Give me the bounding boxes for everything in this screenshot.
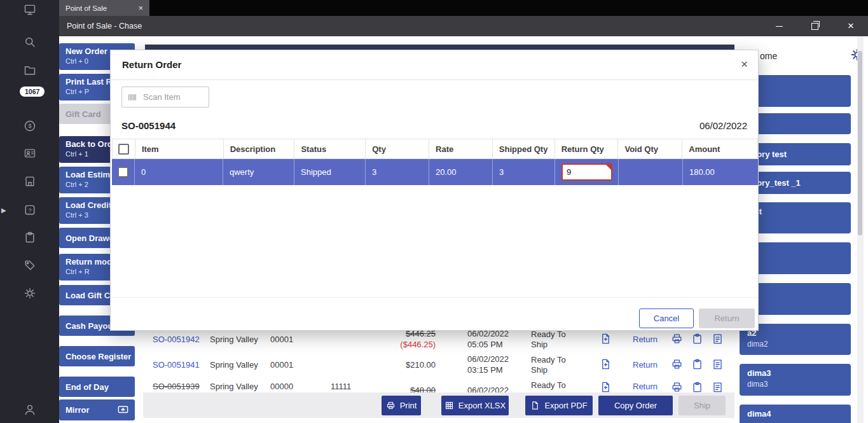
modal-header: Return Order × (111, 50, 758, 80)
close-window-button[interactable]: × (836, 16, 865, 36)
tab-label: Point of Sale (65, 4, 107, 12)
printer-icon (386, 401, 396, 410)
tab-close-icon[interactable]: × (138, 3, 143, 13)
scan-item-input[interactable] (142, 92, 203, 102)
modal-footer-divider (111, 297, 758, 298)
return-table-header: Item Description Status Qty Rate Shipped… (112, 139, 758, 159)
modal-order-number: SO-0051944 (121, 120, 176, 131)
select-all-checkbox[interactable] (118, 144, 129, 155)
order-register: 00000 (270, 382, 293, 391)
help-icon[interactable]: ? (24, 204, 36, 216)
cell-rate: 20.00 (429, 159, 493, 185)
scrollbar-track[interactable] (857, 36, 864, 423)
receipt-icon[interactable] (712, 358, 724, 370)
ship-button[interactable]: Ship (679, 396, 726, 415)
col-amount: Amount (682, 139, 757, 158)
clipboard-icon[interactable] (24, 231, 36, 244)
cell-shipped-qty: 3 (493, 159, 555, 185)
modal-title: Return Order (122, 59, 181, 70)
settings-icon[interactable] (24, 287, 36, 300)
order-row: SO-0051942 Spring Valley 00001 $446.25 (… (143, 327, 734, 353)
receipt-icon[interactable] (712, 333, 724, 345)
order-register: 00001 (270, 360, 293, 370)
order-date: 06/02/2022 05:05 PM (467, 327, 509, 352)
payments-icon[interactable]: $ (24, 120, 36, 132)
order-amount: $210.00 (369, 352, 436, 378)
user-icon[interactable] (24, 403, 36, 416)
export-pdf-button[interactable]: Export PDF (525, 396, 593, 415)
cell-void-qty (619, 159, 683, 185)
minimize-button[interactable] (764, 16, 794, 36)
printer-icon[interactable] (671, 333, 683, 345)
order-number-link[interactable]: SO-0051942 (153, 335, 200, 344)
screen: 1067 $ ? ▶ Point of Sale × (0, 0, 868, 423)
row-checkbox-cell (112, 159, 135, 185)
cell-status: Shipped (294, 159, 366, 185)
customers-icon[interactable] (24, 147, 36, 160)
scrollbar-thumb[interactable] (858, 51, 862, 235)
title-bar: Point of Sale - Chase × (59, 16, 868, 36)
order-date: 06/02/2022 03:15 PM (467, 352, 509, 378)
order-reference: 11111 (331, 382, 351, 391)
sidebar-item-end-of-day[interactable]: End of Day (59, 377, 135, 397)
notification-badge: 1067 (20, 87, 45, 97)
barcode-icon (127, 92, 137, 102)
cell-description: qwerty (223, 159, 294, 185)
order-row: SO-0051941 Spring Valley 00001 $210.00 0… (143, 352, 734, 378)
tab-point-of-sale[interactable]: Point of Sale × (59, 0, 149, 16)
add-document-icon[interactable] (600, 358, 612, 370)
modal-close-icon[interactable]: × (741, 57, 748, 71)
receipt-icon[interactable] (712, 381, 724, 393)
restore-button[interactable] (800, 16, 829, 36)
print-button[interactable]: Print (382, 396, 421, 415)
store-icon[interactable] (24, 175, 36, 188)
product-button-dima3[interactable]: dima3 dima3 (740, 364, 851, 396)
product-button-dima4[interactable]: dima4 (740, 405, 851, 423)
return-link[interactable]: Return (633, 360, 658, 370)
cell-qty: 3 (366, 159, 429, 185)
order-location: Spring Valley (210, 335, 258, 344)
window-title: Point of Sale - Chase (67, 22, 142, 31)
tab-bar: Point of Sale × (59, 0, 868, 16)
cell-return-qty (555, 159, 619, 185)
return-item-row: 0 qwerty Shipped 3 20.00 3 180.00 (112, 159, 758, 185)
row-checkbox[interactable] (118, 167, 128, 177)
order-number-link[interactable]: SO-0051939 (153, 382, 200, 391)
return-order-modal: Return Order × SO-0051944 06/02/2022 Ite… (110, 50, 759, 331)
col-return-qty: Return Qty (555, 139, 619, 158)
clipboard-icon[interactable] (691, 358, 703, 370)
mirror-cast-icon (117, 404, 129, 416)
col-shipped-qty: Shipped Qty (493, 139, 555, 158)
printer-icon[interactable] (671, 381, 683, 393)
col-qty: Qty (366, 139, 429, 158)
clipboard-icon[interactable] (691, 333, 703, 345)
clipboard-icon[interactable] (691, 381, 703, 393)
col-description: Description (224, 139, 295, 158)
cancel-button[interactable]: Cancel (639, 309, 694, 328)
return-link[interactable]: Return (633, 382, 658, 391)
tag-icon[interactable] (24, 259, 36, 272)
printer-icon[interactable] (671, 358, 683, 370)
export-xlsx-button[interactable]: Export XLSX (441, 396, 509, 415)
expand-panel-arrow[interactable]: ▶ (1, 207, 6, 214)
header-checkbox-cell (113, 139, 135, 158)
scan-item-field[interactable] (121, 87, 209, 107)
folder-icon[interactable] (24, 64, 36, 76)
return-qty-input[interactable] (561, 163, 612, 181)
add-document-icon[interactable] (600, 333, 612, 345)
svg-text:?: ? (28, 207, 31, 214)
return-button[interactable]: Return (699, 309, 755, 328)
col-status: Status (294, 139, 366, 158)
sidebar-item-choose-register[interactable]: Choose Register (59, 346, 135, 366)
add-document-icon[interactable] (600, 381, 612, 393)
return-link[interactable]: Return (633, 335, 658, 344)
order-status: Ready To Ship (531, 352, 572, 378)
search-icon[interactable] (24, 36, 36, 48)
col-rate: Rate (429, 139, 493, 158)
svg-text:$: $ (28, 123, 31, 129)
return-qty-error-wrap (561, 163, 612, 181)
dashboard-icon[interactable] (24, 3, 36, 16)
sidebar-item-mirror[interactable]: Mirror (59, 399, 135, 420)
order-number-link[interactable]: SO-0051941 (153, 360, 200, 370)
copy-order-button[interactable]: Copy Order (598, 396, 673, 415)
